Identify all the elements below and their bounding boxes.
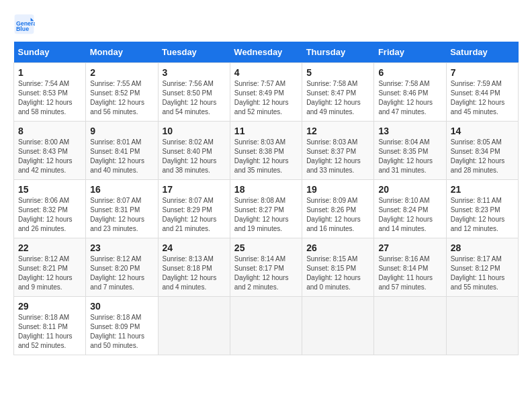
calendar-cell: 25 Sunrise: 8:14 AMSunset: 8:17 PMDaylig… bbox=[230, 238, 302, 297]
calendar-cell bbox=[230, 297, 302, 355]
day-number: 7 bbox=[451, 67, 514, 78]
calendar-cell: 4 Sunrise: 7:57 AMSunset: 8:49 PMDayligh… bbox=[230, 63, 302, 122]
calendar-week-row: 22 Sunrise: 8:12 AMSunset: 8:21 PMDaylig… bbox=[14, 238, 519, 297]
day-info: Sunrise: 8:07 AMSunset: 8:29 PMDaylight:… bbox=[163, 196, 226, 234]
day-number: 6 bbox=[378, 67, 441, 78]
day-info: Sunrise: 8:17 AMSunset: 8:12 PMDaylight:… bbox=[451, 255, 514, 292]
day-info: Sunrise: 8:03 AMSunset: 8:37 PMDaylight:… bbox=[306, 138, 369, 175]
day-info: Sunrise: 7:58 AMSunset: 8:46 PMDaylight:… bbox=[378, 79, 441, 117]
calendar-cell: 11 Sunrise: 8:03 AMSunset: 8:38 PMDaylig… bbox=[230, 122, 302, 180]
calendar-table: SundayMondayTuesdayWednesdayThursdayFrid… bbox=[13, 42, 519, 355]
day-info: Sunrise: 8:01 AMSunset: 8:41 PMDaylight:… bbox=[90, 138, 153, 175]
calendar-cell bbox=[446, 297, 518, 355]
day-number: 26 bbox=[306, 242, 369, 253]
calendar-cell: 24 Sunrise: 8:13 AMSunset: 8:18 PMDaylig… bbox=[158, 238, 230, 297]
day-number: 1 bbox=[18, 67, 81, 78]
day-info: Sunrise: 7:58 AMSunset: 8:47 PMDaylight:… bbox=[306, 79, 369, 117]
day-number: 14 bbox=[451, 126, 514, 136]
calendar-cell: 30 Sunrise: 8:18 AMSunset: 8:09 PMDaylig… bbox=[86, 297, 158, 355]
calendar-cell: 19 Sunrise: 8:09 AMSunset: 8:26 PMDaylig… bbox=[302, 180, 374, 238]
day-info: Sunrise: 8:14 AMSunset: 8:17 PMDaylight:… bbox=[234, 255, 298, 292]
day-info: Sunrise: 8:08 AMSunset: 8:27 PMDaylight:… bbox=[234, 196, 298, 234]
calendar-week-row: 8 Sunrise: 8:00 AMSunset: 8:43 PMDayligh… bbox=[14, 122, 519, 180]
day-number: 20 bbox=[378, 184, 441, 195]
day-info: Sunrise: 8:05 AMSunset: 8:34 PMDaylight:… bbox=[451, 138, 514, 175]
day-number: 8 bbox=[18, 126, 81, 136]
calendar-cell: 17 Sunrise: 8:07 AMSunset: 8:29 PMDaylig… bbox=[158, 180, 230, 238]
day-number: 24 bbox=[163, 242, 226, 253]
day-info: Sunrise: 8:07 AMSunset: 8:31 PMDaylight:… bbox=[90, 196, 153, 234]
calendar-cell: 21 Sunrise: 8:11 AMSunset: 8:23 PMDaylig… bbox=[446, 180, 518, 238]
day-info: Sunrise: 7:56 AMSunset: 8:50 PMDaylight:… bbox=[163, 79, 226, 117]
column-header-wednesday: Wednesday bbox=[230, 42, 302, 63]
day-info: Sunrise: 7:55 AMSunset: 8:52 PMDaylight:… bbox=[90, 79, 153, 117]
calendar-cell: 10 Sunrise: 8:02 AMSunset: 8:40 PMDaylig… bbox=[158, 122, 230, 180]
day-number: 23 bbox=[90, 242, 153, 253]
day-info: Sunrise: 8:06 AMSunset: 8:32 PMDaylight:… bbox=[18, 196, 81, 234]
day-number: 19 bbox=[306, 184, 369, 195]
day-info: Sunrise: 8:02 AMSunset: 8:40 PMDaylight:… bbox=[163, 138, 226, 175]
day-number: 17 bbox=[163, 184, 226, 195]
day-info: Sunrise: 8:12 AMSunset: 8:21 PMDaylight:… bbox=[18, 255, 81, 292]
day-info: Sunrise: 7:59 AMSunset: 8:44 PMDaylight:… bbox=[451, 79, 514, 117]
calendar-cell: 28 Sunrise: 8:17 AMSunset: 8:12 PMDaylig… bbox=[446, 238, 518, 297]
day-info: Sunrise: 8:04 AMSunset: 8:35 PMDaylight:… bbox=[378, 138, 441, 175]
day-number: 13 bbox=[378, 126, 441, 136]
calendar-cell: 22 Sunrise: 8:12 AMSunset: 8:21 PMDaylig… bbox=[14, 238, 86, 297]
calendar-cell: 27 Sunrise: 8:16 AMSunset: 8:14 PMDaylig… bbox=[374, 238, 446, 297]
day-info: Sunrise: 8:18 AMSunset: 8:11 PMDaylight:… bbox=[18, 313, 81, 351]
day-info: Sunrise: 8:00 AMSunset: 8:43 PMDaylight:… bbox=[18, 138, 81, 175]
calendar-cell: 20 Sunrise: 8:10 AMSunset: 8:24 PMDaylig… bbox=[374, 180, 446, 238]
day-info: Sunrise: 7:54 AMSunset: 8:53 PMDaylight:… bbox=[18, 79, 81, 117]
day-number: 12 bbox=[306, 126, 369, 136]
day-info: Sunrise: 8:15 AMSunset: 8:15 PMDaylight:… bbox=[306, 255, 369, 292]
calendar-cell bbox=[302, 297, 374, 355]
day-number: 4 bbox=[234, 67, 298, 78]
calendar-cell: 9 Sunrise: 8:01 AMSunset: 8:41 PMDayligh… bbox=[86, 122, 158, 180]
logo-icon: General Blue bbox=[13, 13, 35, 35]
calendar-cell: 6 Sunrise: 7:58 AMSunset: 8:46 PMDayligh… bbox=[374, 63, 446, 122]
calendar-cell: 8 Sunrise: 8:00 AMSunset: 8:43 PMDayligh… bbox=[14, 122, 86, 180]
calendar-cell: 3 Sunrise: 7:56 AMSunset: 8:50 PMDayligh… bbox=[158, 63, 230, 122]
calendar-cell: 5 Sunrise: 7:58 AMSunset: 8:47 PMDayligh… bbox=[302, 63, 374, 122]
calendar-cell: 15 Sunrise: 8:06 AMSunset: 8:32 PMDaylig… bbox=[14, 180, 86, 238]
day-number: 18 bbox=[234, 184, 298, 195]
day-number: 21 bbox=[451, 184, 514, 195]
calendar-week-row: 15 Sunrise: 8:06 AMSunset: 8:32 PMDaylig… bbox=[14, 180, 519, 238]
day-number: 30 bbox=[90, 301, 153, 312]
column-header-tuesday: Tuesday bbox=[158, 42, 230, 63]
logo: General Blue bbox=[13, 13, 38, 35]
day-number: 15 bbox=[18, 184, 81, 195]
calendar-cell: 29 Sunrise: 8:18 AMSunset: 8:11 PMDaylig… bbox=[14, 297, 86, 355]
calendar-cell: 26 Sunrise: 8:15 AMSunset: 8:15 PMDaylig… bbox=[302, 238, 374, 297]
calendar-cell bbox=[158, 297, 230, 355]
calendar-cell: 23 Sunrise: 8:12 AMSunset: 8:20 PMDaylig… bbox=[86, 238, 158, 297]
svg-text:Blue: Blue bbox=[16, 26, 29, 32]
day-info: Sunrise: 8:10 AMSunset: 8:24 PMDaylight:… bbox=[378, 196, 441, 234]
day-info: Sunrise: 8:13 AMSunset: 8:18 PMDaylight:… bbox=[163, 255, 226, 292]
day-info: Sunrise: 8:09 AMSunset: 8:26 PMDaylight:… bbox=[306, 196, 369, 234]
day-number: 22 bbox=[18, 242, 81, 253]
day-number: 29 bbox=[18, 301, 81, 312]
calendar-header-row: SundayMondayTuesdayWednesdayThursdayFrid… bbox=[14, 42, 519, 63]
column-header-thursday: Thursday bbox=[302, 42, 374, 63]
day-info: Sunrise: 8:03 AMSunset: 8:38 PMDaylight:… bbox=[234, 138, 298, 175]
day-number: 2 bbox=[90, 67, 153, 78]
page-header: General Blue bbox=[13, 13, 519, 35]
calendar-cell: 14 Sunrise: 8:05 AMSunset: 8:34 PMDaylig… bbox=[446, 122, 518, 180]
day-number: 16 bbox=[90, 184, 153, 195]
day-info: Sunrise: 8:11 AMSunset: 8:23 PMDaylight:… bbox=[451, 196, 514, 234]
calendar-cell: 12 Sunrise: 8:03 AMSunset: 8:37 PMDaylig… bbox=[302, 122, 374, 180]
calendar-cell bbox=[374, 297, 446, 355]
day-number: 9 bbox=[90, 126, 153, 136]
calendar-cell: 2 Sunrise: 7:55 AMSunset: 8:52 PMDayligh… bbox=[86, 63, 158, 122]
day-number: 5 bbox=[306, 67, 369, 78]
calendar-week-row: 1 Sunrise: 7:54 AMSunset: 8:53 PMDayligh… bbox=[14, 63, 519, 122]
calendar-cell: 16 Sunrise: 8:07 AMSunset: 8:31 PMDaylig… bbox=[86, 180, 158, 238]
day-info: Sunrise: 7:57 AMSunset: 8:49 PMDaylight:… bbox=[234, 79, 298, 117]
day-number: 27 bbox=[378, 242, 441, 253]
day-number: 25 bbox=[234, 242, 298, 253]
column-header-saturday: Saturday bbox=[446, 42, 518, 63]
calendar-cell: 18 Sunrise: 8:08 AMSunset: 8:27 PMDaylig… bbox=[230, 180, 302, 238]
calendar-cell: 1 Sunrise: 7:54 AMSunset: 8:53 PMDayligh… bbox=[14, 63, 86, 122]
